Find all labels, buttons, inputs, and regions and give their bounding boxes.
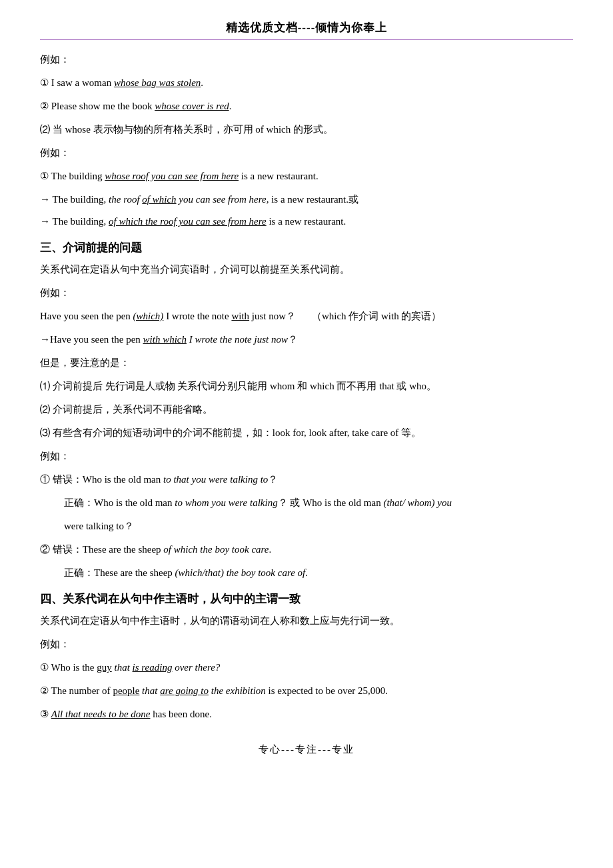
example-5-2: ② The number of people that are going to… — [40, 682, 573, 700]
page-header: 精选优质文档----倾情为你奉上 — [40, 20, 573, 40]
arrow-2: → The building, of which the roof you ca… — [40, 213, 573, 231]
example-5-3: ③ All that needs to be done has been don… — [40, 705, 573, 723]
example-5-1: ① Who is the guy that is reading over th… — [40, 659, 573, 677]
correct-1: 正确：Who is the old man to whom you were t… — [64, 494, 573, 512]
correct-2: 正确：These are the sheep (which/that) the … — [64, 564, 573, 582]
example-3-2: →Have you seen the pen with which I wrot… — [40, 331, 573, 349]
section4-heading: 四、关系代词在从句中作主语时，从句中的主谓一致 — [40, 591, 573, 607]
example-label-3: 例如： — [40, 284, 573, 302]
error-1: ① 错误：Who is the old man to that you were… — [40, 471, 573, 489]
example-label-4: 例如： — [40, 447, 573, 465]
point-2: ⑵ 当 whose 表示物与物的所有格关系时，亦可用 of which 的形式。 — [40, 121, 573, 139]
section3-desc: 关系代词在定语从句中充当介词宾语时，介词可以前提至关系代词前。 — [40, 261, 573, 279]
section3-heading: 三、介词前提的问题 — [40, 240, 573, 255]
example-3-1: Have you seen the pen (which) I wrote th… — [40, 307, 573, 325]
section4-desc: 关系代词在定语从句中作主语时，从句的谓语动词在人称和数上应与先行词一致。 — [40, 612, 573, 630]
note-2: ⑵ 介词前提后，关系代词不再能省略。 — [40, 401, 573, 419]
arrow-1: → The building, the roof of which you ca… — [40, 191, 573, 209]
example-2-1: ① The building whose roof you can see fr… — [40, 167, 573, 185]
example-label-2: 例如： — [40, 144, 573, 162]
example-1-1: ① I saw a woman whose bag was stolen. — [40, 74, 573, 92]
example-1-2: ② Please show me the book whose cover is… — [40, 97, 573, 115]
correct-1-cont: were talking to？ — [64, 517, 573, 535]
example-label-intro: 例如： — [40, 51, 573, 69]
page-footer: 专心---专注---专业 — [40, 743, 573, 756]
note-3: ⑶ 有些含有介词的短语动词中的介词不能前提，如：look for, look a… — [40, 424, 573, 442]
example-label-5: 例如： — [40, 635, 573, 653]
but-note: 但是，要注意的是： — [40, 354, 573, 372]
note-1: ⑴ 介词前提后 先行词是人或物 关系代词分别只能用 whom 和 which 而… — [40, 377, 573, 395]
error-2: ② 错误：These are the sheep of which the bo… — [40, 541, 573, 559]
